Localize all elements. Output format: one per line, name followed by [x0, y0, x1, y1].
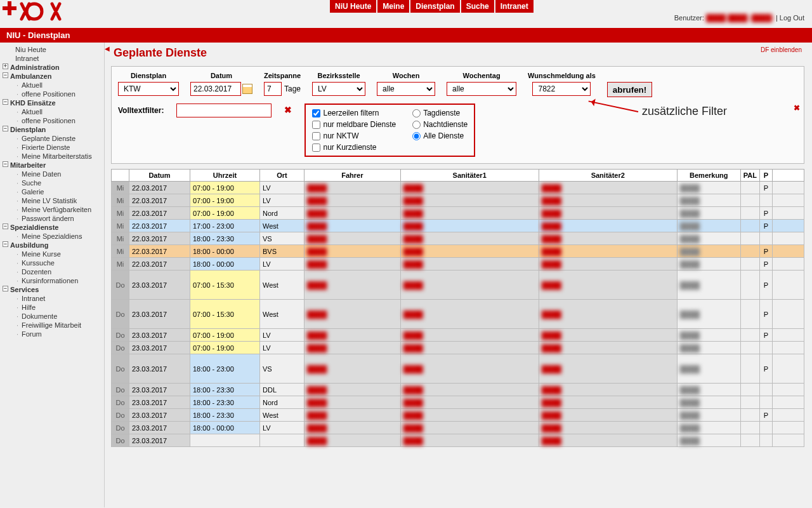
table-row[interactable]: Mi22.03.201718:00 - 00:00BVS████████████…: [112, 245, 804, 258]
sidebar-item[interactable]: Fixierte Dienste: [0, 143, 104, 152]
volltext-input[interactable]: [176, 104, 272, 117]
cb-nktw[interactable]: nur NKTW: [312, 131, 396, 140]
topnav-suche[interactable]: Suche: [461, 0, 494, 13]
close-filter-icon[interactable]: ✖: [794, 104, 800, 112]
logout-link[interactable]: Log Out: [780, 14, 804, 22]
tree-toggle-icon[interactable]: −: [3, 72, 8, 78]
clear-volltext-icon[interactable]: ✖: [284, 104, 292, 115]
table-cell: 22.03.2017: [129, 258, 190, 271]
cb-leerzeilen[interactable]: Leerzeilen filtern: [312, 109, 396, 117]
table-row[interactable]: Do23.03.201707:00 - 19:00LV█████████████…: [112, 329, 804, 342]
table-cell: [740, 409, 759, 422]
sidebar-item[interactable]: Meine Daten: [0, 170, 104, 178]
topnav-dienstplan[interactable]: Dienstplan: [410, 0, 459, 13]
topnav-meine[interactable]: Meine: [377, 0, 409, 13]
sidebar-item[interactable]: Meine LV Statistik: [0, 196, 104, 205]
topnav-intranet[interactable]: Intranet: [495, 0, 534, 13]
table-row[interactable]: Mi22.03.201707:00 - 19:00Nord███████████…: [112, 207, 804, 220]
calendar-icon[interactable]: [242, 84, 252, 94]
sidebar-item-label: Aktuell: [22, 81, 43, 89]
sidebar-item[interactable]: −Dienstplan: [0, 125, 104, 134]
table-row[interactable]: Do23.03.201718:00 - 23:30West███████████…: [112, 409, 804, 422]
tree-toggle-icon[interactable]: −: [3, 99, 8, 105]
sidebar-item[interactable]: Galerie: [0, 187, 104, 196]
table-row[interactable]: Mi22.03.201717:00 - 23:00West███████████…: [112, 220, 804, 232]
wochen-select[interactable]: alle: [377, 82, 435, 96]
table-row[interactable]: Mi22.03.201718:00 - 00:00LV█████████████…: [112, 258, 804, 271]
sidebar-item[interactable]: Geplante Dienste: [0, 134, 104, 143]
table-row[interactable]: Mi22.03.201718:00 - 23:30VS█████████████…: [112, 232, 804, 245]
sidebar-item[interactable]: +Administration: [0, 63, 104, 72]
sidebar-item[interactable]: Meine Kurse: [0, 250, 104, 258]
sidebar-item[interactable]: Aktuell: [0, 81, 104, 90]
table-cell: ████: [677, 396, 740, 409]
tree-toggle-icon[interactable]: −: [3, 126, 8, 131]
zeitspanne-input[interactable]: [264, 82, 282, 96]
table-cell: 07:00 - 19:00: [190, 342, 260, 354]
table-cell: Do: [112, 354, 129, 384]
rb-nacht[interactable]: Nachtdienste: [412, 120, 468, 129]
rb-tag[interactable]: Tagdienste: [412, 109, 468, 117]
table-row[interactable]: Do23.03.201718:00 - 23:30Nord███████████…: [112, 396, 804, 409]
wunsch-select[interactable]: 7822: [532, 82, 591, 96]
topnav-niuheute[interactable]: NiU Heute: [330, 0, 376, 13]
table-row[interactable]: Do23.03.201718:00 - 23:00VS█████████████…: [112, 354, 804, 384]
sidebar-item[interactable]: −Spezialdienste: [0, 223, 104, 232]
table-row[interactable]: Do23.03.2017████████████████: [112, 434, 804, 447]
sidebar-item[interactable]: Kursinformationen: [0, 276, 104, 285]
collapse-sidebar-icon[interactable]: ◀: [105, 45, 112, 53]
table-row[interactable]: Mi22.03.201707:00 - 19:00LV█████████████…: [112, 182, 804, 194]
table-row[interactable]: Do23.03.201707:00 - 19:00LV█████████████…: [112, 342, 804, 354]
table-cell: ████: [539, 194, 677, 207]
sidebar-item[interactable]: −KHD Einsätze: [0, 98, 104, 107]
tree-toggle-icon[interactable]: −: [3, 241, 8, 247]
sidebar-item-label: Geplante Dienste: [22, 135, 75, 142]
sidebar-item[interactable]: Intranet: [0, 294, 104, 303]
sidebar-item[interactable]: Hilfe: [0, 303, 104, 312]
table-cell: ████: [304, 220, 401, 232]
wochentag-select[interactable]: alle: [447, 82, 516, 96]
sidebar-item[interactable]: Passwort ändern: [0, 214, 104, 223]
sidebar-item[interactable]: Niu Heute: [0, 45, 104, 54]
table-row[interactable]: Do23.03.201707:00 - 15:30West███████████…: [112, 271, 804, 300]
sidebar-item[interactable]: −Ausbildung: [0, 241, 104, 250]
sidebar-item[interactable]: offene Positionen: [0, 116, 104, 125]
sidebar-item[interactable]: Aktuell: [0, 107, 104, 116]
tree-toggle-icon[interactable]: −: [3, 286, 8, 291]
table-cell: P: [760, 207, 773, 220]
sidebar-item[interactable]: Kurssuche: [0, 258, 104, 267]
sidebar-item[interactable]: Dozenten: [0, 267, 104, 276]
tree-toggle-icon[interactable]: +: [3, 64, 8, 69]
cb-kurz[interactable]: nur Kurzdienste: [312, 143, 396, 152]
tree-toggle-icon[interactable]: −: [3, 224, 8, 229]
sidebar-item[interactable]: Suche: [0, 178, 104, 187]
user-info: Benutzer: ████ ████ (████) | Log Out: [674, 14, 804, 22]
tree-toggle-icon[interactable]: −: [3, 161, 8, 167]
table-cell: 23.03.2017: [129, 354, 190, 384]
cb-meldbare[interactable]: nur meldbare Dienste: [312, 120, 396, 129]
rb-alle[interactable]: Alle Dienste: [412, 131, 468, 140]
dienstplan-select[interactable]: KTW: [118, 82, 179, 96]
table-row[interactable]: Do23.03.201718:00 - 23:30DDL████████████…: [112, 384, 804, 396]
table-cell: [760, 194, 773, 207]
table-row[interactable]: Mi22.03.201707:00 - 19:00LV█████████████…: [112, 194, 804, 207]
sidebar-item[interactable]: Meine Mitarbeiterstatis: [0, 152, 104, 161]
sidebar-item[interactable]: Dokumente: [0, 312, 104, 321]
sidebar-item[interactable]: −Mitarbeiter: [0, 161, 104, 170]
table-row[interactable]: Do23.03.201707:00 - 15:30West███████████…: [112, 300, 804, 329]
sidebar-item[interactable]: Intranet: [0, 54, 104, 63]
sidebar-item[interactable]: Meine Verfügbarkeiten: [0, 205, 104, 214]
sidebar-item-label: Niu Heute: [15, 46, 46, 53]
datum-input[interactable]: [190, 82, 241, 96]
sidebar-item[interactable]: Freiwillige Mitarbeit: [0, 321, 104, 330]
abrufen-button[interactable]: abrufen!: [607, 82, 652, 97]
sidebar-item[interactable]: Forum: [0, 330, 104, 338]
sidebar-item[interactable]: −Services: [0, 285, 104, 294]
sidebar-item[interactable]: Meine Spezialdiens: [0, 232, 104, 241]
df-einblenden-link[interactable]: DF einblenden: [761, 46, 802, 53]
sidebar-item[interactable]: offene Positionen: [0, 90, 104, 98]
sidebar-item[interactable]: −Ambulanzen: [0, 72, 104, 81]
table-cell: Mi: [112, 194, 129, 207]
bezirksstelle-select[interactable]: LV: [312, 82, 365, 96]
table-row[interactable]: Do23.03.201718:00 - 00:00LV█████████████…: [112, 422, 804, 434]
